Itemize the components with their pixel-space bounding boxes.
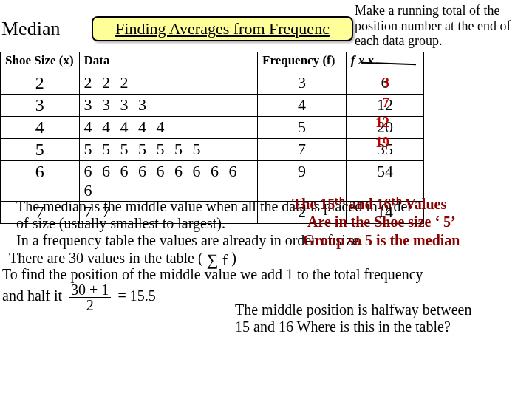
table-header-row: Shoe Size (x) Data Frequency (f) f x x	[1, 52, 424, 72]
cell-x: 5	[1, 139, 80, 161]
explanation-line: and half it 30 + 1 2 = 15.5	[2, 282, 156, 313]
table-row: 4 4 4 4 4 4 5 20	[1, 117, 424, 139]
cell-data: 4 4 4 4 4	[79, 117, 258, 139]
cell-x: 4	[1, 117, 80, 139]
col-header-f: Frequency (f)	[258, 52, 347, 72]
cell-data: 5 5 5 5 5 5 5	[79, 139, 258, 161]
running-total-value: 12	[366, 112, 389, 132]
col-header-fx: f x x	[346, 52, 423, 72]
cell-x: 3	[1, 95, 80, 117]
col-header-data: Data	[79, 52, 258, 72]
cell-f: 5	[258, 117, 347, 139]
cell-data: 3 3 3 3	[79, 95, 258, 117]
cell-f: 4	[258, 95, 347, 117]
cell-f: 3	[258, 72, 347, 95]
table-row: 3 3 3 3 3 4 12	[1, 95, 424, 117]
text: )	[231, 250, 236, 266]
table-row: 5 5 5 5 5 5 5 5 7 35	[1, 139, 424, 161]
running-total-value: 7	[366, 92, 389, 112]
fraction-denominator: 2	[69, 298, 111, 313]
banner-text: Finding Averages from Frequenc	[115, 19, 330, 38]
answer-overlay: Are in the Shoe size ‘ 5’	[307, 214, 456, 231]
fraction-numerator: 30 + 1	[69, 282, 111, 298]
explanation-line: of size (usually smallest to largest).	[16, 215, 225, 232]
explanation-line: The middle position is halfway between	[235, 301, 471, 318]
cell-x: 6	[1, 161, 80, 202]
text: = 15.5	[117, 287, 155, 304]
cell-data: 6 6 6 6 6 6 6 6 6 6	[79, 161, 258, 202]
title-banner: Finding Averages from Frequenc	[92, 16, 353, 41]
col-header-x: Shoe Size (x)	[1, 52, 80, 72]
table-row: 2 2 2 2 3 6	[1, 72, 424, 95]
running-total-value: 3	[366, 72, 389, 92]
page-title: Median	[1, 18, 60, 40]
text: and half it	[2, 287, 66, 304]
fraction: 30 + 1 2	[69, 282, 111, 313]
answer-overlay: Group so 5 is the median	[303, 232, 460, 249]
explanation-line: 15 and 16 Where is this in the table?	[235, 318, 451, 335]
running-total-value: 19	[366, 132, 389, 152]
cell-data: 2 2 2	[79, 72, 258, 95]
cell-x: 2	[1, 72, 80, 95]
text: There are 30 values in the table (	[9, 250, 203, 266]
running-total-column: 3 7 12 19	[366, 72, 389, 152]
answer-overlay: The 15ᵗʰ and 16ᵗʰ Values	[292, 195, 446, 213]
running-total-note: Make a running total of the position num…	[355, 3, 525, 49]
cell-f: 7	[258, 139, 347, 161]
explanation-line: To find the position of the middle value…	[2, 266, 519, 283]
